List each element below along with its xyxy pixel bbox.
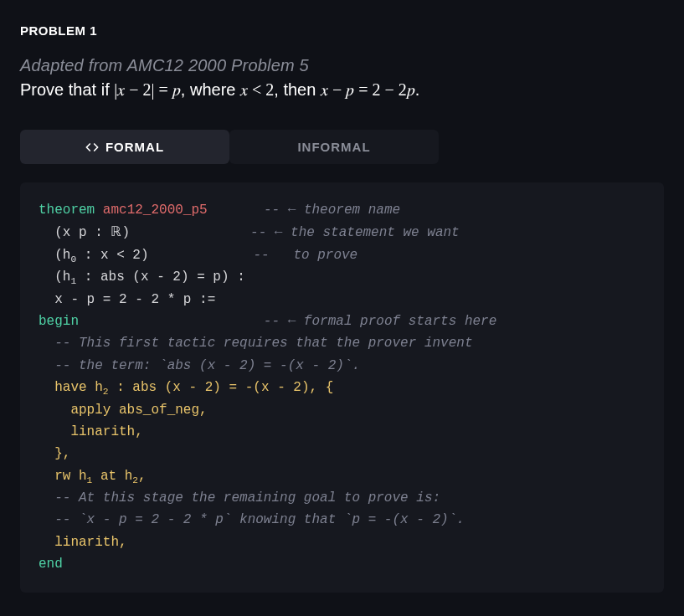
code-highlight: linarith, bbox=[39, 535, 127, 550]
code-highlight: linarith, bbox=[39, 424, 143, 439]
tab-label: FORMAL bbox=[105, 140, 164, 154]
code-keyword: begin bbox=[39, 314, 79, 329]
code-comment: -- ← the statement we want bbox=[250, 225, 460, 240]
code-highlight: have h2 : abs (x - 2) = -(x - 2), { bbox=[39, 380, 333, 395]
code-highlight: rw h1 at h2, bbox=[39, 469, 147, 484]
code-comment: -- to prove bbox=[253, 248, 357, 263]
tab-label: INFORMAL bbox=[297, 140, 370, 154]
tab-informal[interactable]: INFORMAL bbox=[229, 130, 439, 164]
code-highlight: apply abs_of_neg, bbox=[39, 403, 208, 418]
code-keyword: theorem bbox=[39, 203, 95, 218]
tab-formal[interactable]: FORMAL bbox=[20, 130, 229, 164]
code-symbol: ℝ bbox=[111, 224, 121, 239]
problem-subtitle: Adapted from AMC12 2000 Problem 5 bbox=[20, 56, 664, 75]
code-text: : abs (x - 2) = p) : bbox=[76, 270, 245, 285]
problem-heading: PROBLEM 1 bbox=[20, 23, 664, 38]
code-highlight: }, bbox=[39, 446, 70, 461]
code-comment: -- At this stage the remaining goal to p… bbox=[39, 490, 440, 506]
code-text: x - p = 2 - 2 * p := bbox=[39, 292, 215, 307]
code-text: (x p : bbox=[39, 225, 111, 240]
prompt-math: 𝑥 − 𝑝 = 2 − 2𝑝 bbox=[321, 80, 415, 99]
code-text: (h bbox=[39, 248, 70, 263]
code-comment: -- ← theorem name bbox=[264, 203, 400, 218]
code-comment: -- This first tactic requires that the p… bbox=[39, 336, 472, 351]
code-block: theorem amc12_2000_p5 -- ← theorem name … bbox=[20, 182, 664, 593]
tab-bar: FORMAL INFORMAL bbox=[20, 130, 664, 164]
prompt-math: 𝑥 < 2 bbox=[240, 80, 274, 99]
code-text: : x < 2) bbox=[76, 248, 148, 263]
code-comment: -- `x - p = 2 - 2 * p` knowing that `p =… bbox=[39, 512, 465, 527]
prompt-text: , then bbox=[274, 80, 321, 99]
code-comment: -- the term: `abs (x - 2) = -(x - 2)`. bbox=[39, 358, 360, 373]
code-text: (h bbox=[39, 270, 70, 285]
code-icon bbox=[85, 141, 99, 154]
code-text: ) bbox=[121, 225, 130, 240]
prompt-math: |𝑥 − 2| = 𝑝 bbox=[114, 80, 181, 99]
code-keyword: end bbox=[39, 557, 63, 572]
prompt-text: Prove that if bbox=[20, 80, 114, 99]
prompt-text: , where bbox=[181, 80, 240, 99]
problem-prompt: Prove that if |𝑥 − 2| = 𝑝, where 𝑥 < 2, … bbox=[20, 80, 664, 100]
prompt-text: . bbox=[415, 80, 420, 99]
theorem-name: amc12_2000_p5 bbox=[103, 203, 208, 218]
code-comment: -- ← formal proof starts here bbox=[264, 314, 496, 329]
